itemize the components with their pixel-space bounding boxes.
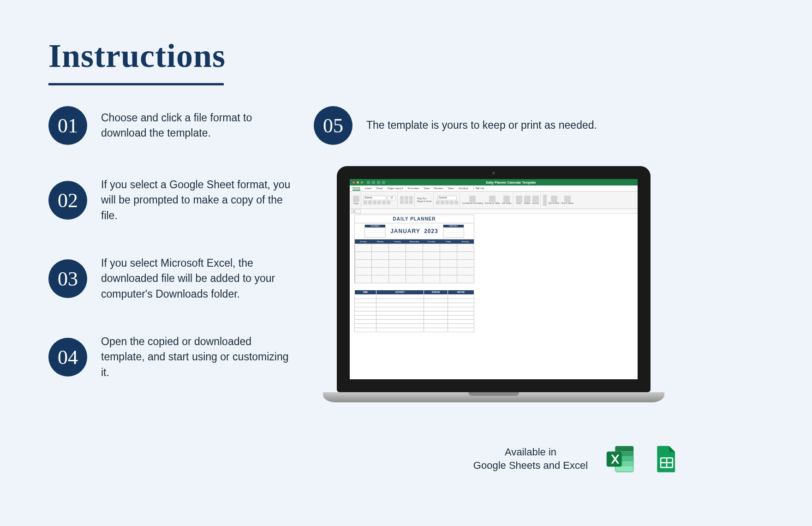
step-right: 05 The template is yours to keep or prin…	[314, 106, 627, 145]
qat-button-icon	[377, 181, 380, 184]
currency-icon	[436, 201, 440, 204]
ribbon-group-number: General	[435, 192, 460, 208]
clear-icon	[543, 202, 547, 206]
ribbon-tab-tellme: ♀ Tell me	[472, 187, 484, 190]
calendar-cell	[457, 251, 474, 260]
align-middle-icon	[405, 196, 408, 200]
task-col-header: STATUS	[424, 290, 448, 295]
planner-card: DAILY PLANNER JANUARY 2023 Sunday Monday…	[354, 215, 474, 283]
calendar-cell	[423, 244, 440, 252]
calendar-cell	[371, 267, 389, 275]
ribbon-label: Cell Styles	[502, 202, 511, 204]
step-text: If you select a Google Sheet format, you…	[101, 177, 295, 223]
ribbon-label: Conditional Formatting	[462, 202, 483, 204]
calendar-cell	[440, 267, 457, 275]
webcam	[492, 172, 495, 174]
svg-rect-5	[615, 467, 633, 472]
font-size-box: 10	[388, 196, 396, 200]
step-number-badge: 04	[48, 338, 87, 377]
ribbon-tab-home: Home	[352, 186, 360, 191]
task-row	[355, 320, 474, 324]
sheet-area: DAILY PLANNER JANUARY 2023 Sunday Monday…	[350, 214, 638, 379]
calendar-cell	[423, 275, 440, 283]
task-row	[355, 316, 474, 320]
task-table: TIME ACTIVITY STATUS NOTES	[354, 290, 474, 332]
calendar-cell	[355, 267, 372, 275]
insert-cells-icon	[516, 196, 522, 202]
align-bottom-icon	[409, 196, 413, 200]
close-dot-icon	[352, 181, 355, 184]
ribbon-group-cells: Insert Delete Format	[514, 192, 541, 208]
zoom-dot-icon	[361, 181, 363, 184]
ribbon-label: Find & Select	[561, 202, 574, 204]
ribbon-tab: Acrobat	[459, 187, 468, 190]
italic-icon	[368, 201, 372, 204]
task-row	[355, 307, 474, 311]
ribbon-group-font: Roboto10	[362, 192, 398, 208]
calendar-cell	[440, 244, 457, 252]
title-underline	[48, 83, 224, 85]
excel-app-icon	[604, 443, 637, 475]
percent-icon	[441, 201, 444, 204]
ribbon-tab: Page Layout	[388, 187, 403, 190]
format-as-table-icon	[489, 196, 496, 202]
calendar-cell	[388, 259, 406, 268]
step-text: Choose and click a file format to downlo…	[101, 110, 295, 141]
step-number-badge: 02	[48, 181, 87, 220]
ribbon-label: Format as Table	[485, 202, 500, 204]
calendar-grid: Sunday Monday Tuesday Wednesday Thursday…	[355, 239, 474, 283]
ribbon-tab: Draw	[376, 187, 383, 190]
ribbon-group-editing: Sort & Filter Find & Select	[542, 192, 575, 208]
calendar-cell	[440, 259, 457, 268]
ribbon: Paste Roboto10	[350, 191, 638, 209]
conditional-formatting-icon	[469, 196, 476, 202]
excel-file-title: Daily Planner Calendar Template	[387, 181, 635, 184]
svg-rect-1	[615, 447, 633, 452]
fill-color-icon	[382, 201, 386, 204]
task-row	[355, 311, 474, 316]
task-row	[355, 328, 474, 332]
ribbon-tabs: Home Insert Draw Page Layout Formulas Da…	[350, 185, 638, 191]
laptop-mockup: Daily Planner Calendar Template Home Ins…	[323, 166, 664, 402]
mini-cal-next	[443, 225, 464, 238]
planner-title: DAILY PLANNER	[355, 215, 474, 223]
ribbon-label: Merge & Center	[417, 200, 432, 203]
calendar-cell	[355, 244, 372, 252]
ribbon-tab: Insert	[365, 187, 372, 190]
cell-styles-icon	[503, 196, 510, 202]
step: 03 If you select Microsoft Excel, the do…	[48, 256, 307, 302]
calendar-cell	[457, 259, 474, 268]
delete-cells-icon	[524, 196, 531, 202]
planner-month-row: JANUARY 2023	[355, 223, 474, 239]
font-color-icon	[387, 201, 390, 204]
task-col-header: TIME	[355, 290, 376, 295]
autosum-icon	[543, 195, 547, 198]
align-left-icon	[400, 200, 404, 204]
ribbon-label: Insert	[516, 202, 521, 204]
calendar-cell	[388, 275, 406, 283]
step-number-badge: 05	[314, 106, 352, 145]
task-row	[355, 299, 474, 303]
align-top-icon	[400, 196, 404, 200]
ribbon-group-styles: Conditional Formatting Format as Table C…	[461, 192, 513, 208]
calendar-cell	[406, 259, 423, 268]
calendar-cell	[457, 267, 474, 275]
calendar-cell	[371, 244, 389, 252]
step-number-badge: 01	[48, 106, 87, 145]
sort-filter-icon	[551, 196, 557, 202]
calendar-cell	[423, 251, 440, 260]
step: 01 Choose and click a file format to dow…	[48, 106, 307, 145]
ribbon-tab: Review	[434, 187, 443, 190]
step-text: If you select Microsoft Excel, the downl…	[101, 256, 295, 302]
ribbon-tab: View	[448, 187, 454, 190]
align-center-icon	[405, 200, 408, 204]
task-row	[355, 295, 474, 299]
ribbon-label: Paste	[353, 203, 359, 205]
formula-bar: A1	[350, 209, 638, 214]
task-col-header: ACTIVITY	[376, 290, 424, 295]
excel-screen: Daily Planner Calendar Template Home Ins…	[350, 179, 638, 379]
bold-icon	[364, 201, 367, 204]
page-title: Instructions	[48, 37, 226, 75]
qat-button-icon	[382, 181, 385, 184]
mini-cal-prev	[364, 225, 386, 238]
